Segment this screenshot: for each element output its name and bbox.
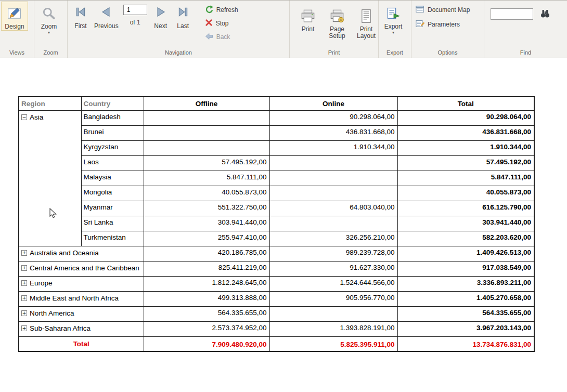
expand-icon[interactable]: +: [21, 310, 27, 316]
zoom-group-label: Zoom: [34, 48, 67, 58]
country-cell: Mongolia: [81, 186, 144, 201]
back-button[interactable]: Back: [205, 32, 238, 42]
dropdown-caret-icon: ▾: [48, 31, 50, 35]
offline-value: 551.322.750,00: [144, 201, 269, 216]
grand-total-offline: 7.909.480.920,00: [144, 336, 269, 351]
refresh-button[interactable]: Refresh: [205, 5, 238, 15]
table-row: Brunei 436.831.668,00 436.831.668,00: [19, 125, 534, 140]
previous-page-icon: [100, 3, 112, 21]
total-value: 5.847.111,00: [397, 171, 534, 186]
zoom-group-content: Zoom ▾: [34, 1, 67, 48]
total-value: 40.055.873,00: [397, 186, 534, 201]
expand-icon[interactable]: +: [21, 280, 27, 286]
navigation-group-label: Navigation: [68, 48, 289, 58]
views-group-content: Design: [0, 1, 34, 48]
online-value: 91.627.330,00: [269, 261, 397, 276]
header-online: Online: [269, 97, 397, 110]
offline-value: 5.847.111,00: [144, 171, 269, 186]
expand-icon[interactable]: +: [21, 250, 27, 256]
collapse-icon[interactable]: −: [21, 114, 27, 120]
offline-value: 499.313.888,00: [144, 291, 269, 306]
region-name: North America: [30, 309, 74, 318]
print-layout-button[interactable]: Print Layout: [354, 4, 378, 40]
dropdown-caret-icon: ▾: [392, 31, 394, 35]
table-row: + Australia and Oceania 420.186.785,00 9…: [19, 246, 534, 261]
offline-value: [144, 110, 269, 125]
expand-icon[interactable]: +: [21, 265, 27, 271]
online-value: [269, 171, 397, 186]
online-value: 436.831.668,00: [269, 125, 397, 140]
page-number-input[interactable]: [123, 5, 147, 15]
last-page-button[interactable]: Last: [174, 3, 192, 30]
table-row: − Asia Bangladesh 90.298.064,00 90.298.0…: [19, 110, 534, 125]
export-button[interactable]: Export ▾: [380, 2, 407, 35]
print-button[interactable]: Print: [296, 4, 320, 33]
options-group-label: Options: [411, 48, 484, 58]
total-value: 1.409.426.513,00: [397, 246, 534, 261]
refresh-label: Refresh: [216, 6, 238, 14]
total-value: 3.336.893.211,00: [397, 276, 534, 291]
document-map-button[interactable]: Document Map: [416, 5, 470, 15]
header-country: Country: [81, 97, 144, 110]
print-icon: [301, 8, 315, 24]
design-icon: [7, 6, 22, 21]
region-cell: + North America: [19, 306, 144, 321]
region-name: Australia and Oceania: [30, 249, 99, 257]
toolbar-group-options: Document Map Parameters Options: [411, 1, 484, 58]
parameters-button[interactable]: Parameters: [416, 19, 460, 30]
page-number-area: of 1: [123, 3, 147, 26]
next-page-label: Next: [154, 22, 167, 30]
total-value: 917.038.549,00: [397, 261, 534, 276]
region-cell: + Central America and the Caribbean: [19, 261, 144, 276]
offline-value: 564.335.655,00: [144, 306, 269, 321]
stop-label: Stop: [216, 20, 229, 27]
next-page-icon: [154, 3, 167, 21]
zoom-button[interactable]: Zoom ▾: [35, 2, 62, 35]
header-total: Total: [397, 97, 534, 110]
table-row: + Central America and the Caribbean 825.…: [19, 261, 534, 276]
export-group-content: Export ▾: [379, 1, 411, 48]
country-cell: Laos: [81, 155, 144, 171]
online-value: 1.910.344,00: [269, 140, 397, 155]
page-setup-button[interactable]: Page Setup: [325, 4, 349, 40]
design-button-label: Design: [5, 23, 24, 30]
region-name: Central America and the Caribbean: [30, 264, 139, 272]
print-group-content: Print Page Setup: [290, 1, 378, 48]
table-row: Sri Lanka 303.941.440,00 303.941.440,00: [19, 216, 534, 231]
country-cell: Bangladesh: [81, 110, 144, 125]
online-value: 905.956.770,00: [269, 291, 397, 306]
views-group-label: Views: [0, 48, 34, 58]
find-button[interactable]: [539, 8, 551, 20]
total-value: 436.831.668,00: [397, 125, 534, 140]
stop-button[interactable]: Stop: [205, 18, 238, 29]
offline-value: 2.573.374.952,00: [144, 321, 269, 336]
design-button[interactable]: Design: [1, 2, 28, 31]
offline-value: 825.411.219,00: [144, 261, 269, 276]
country-cell: Kyrgyzstan: [81, 140, 144, 155]
previous-page-button[interactable]: Previous: [94, 3, 119, 30]
page-setup-button-label: Page Setup: [325, 26, 349, 40]
offline-value: 1.812.248.645,00: [144, 276, 269, 291]
first-page-button[interactable]: First: [72, 3, 89, 30]
expand-icon[interactable]: +: [21, 295, 27, 301]
document-map-icon: [416, 5, 424, 15]
next-page-button[interactable]: Next: [152, 3, 170, 30]
region-cell: + Australia and Oceania: [19, 246, 144, 261]
toolbar-group-find: Find: [484, 1, 567, 58]
parameters-icon: [416, 20, 424, 29]
first-page-label: First: [74, 22, 86, 30]
search-input[interactable]: [491, 8, 533, 20]
expand-icon[interactable]: +: [21, 325, 27, 331]
export-button-label: Export: [384, 23, 403, 30]
offline-value: [144, 125, 269, 140]
online-value: [269, 306, 397, 321]
country-cell: Brunei: [81, 125, 144, 140]
toolbar-group-views: Design Views: [0, 1, 34, 58]
total-value: 303.941.440,00: [397, 216, 534, 231]
offline-value: 255.947.410,00: [144, 231, 269, 246]
parameters-label: Parameters: [428, 21, 460, 28]
country-cell: Malaysia: [81, 171, 144, 186]
options-group-content: Document Map Parameters: [411, 1, 484, 48]
table-row: Kyrgyzstan 1.910.344,00 1.910.344,00: [19, 140, 534, 155]
online-value: [269, 186, 397, 201]
